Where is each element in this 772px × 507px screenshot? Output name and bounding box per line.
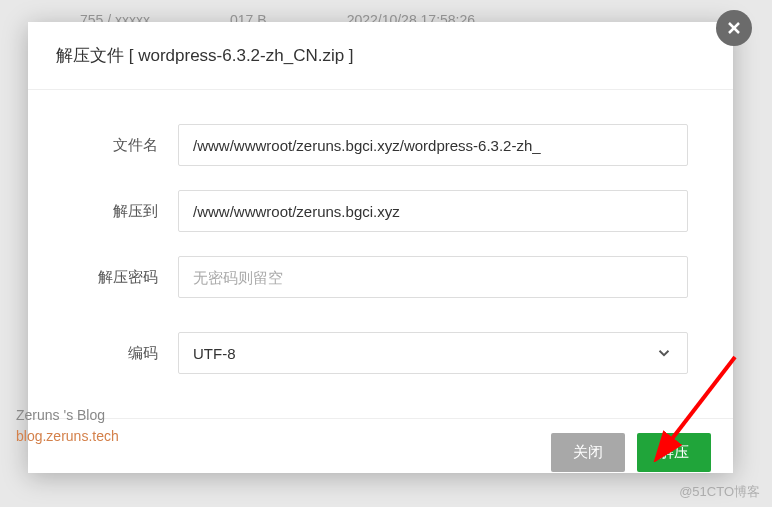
password-input[interactable] bbox=[178, 256, 688, 298]
encoding-value: UTF-8 bbox=[193, 345, 236, 362]
chevron-down-icon bbox=[655, 344, 673, 362]
extract-to-label: 解压到 bbox=[73, 202, 178, 221]
filename-input[interactable] bbox=[178, 124, 688, 166]
filename-label: 文件名 bbox=[73, 136, 178, 155]
extract-modal: 解压文件 [ wordpress-6.3.2-zh_CN.zip ] 文件名 解… bbox=[28, 22, 733, 473]
password-label: 解压密码 bbox=[73, 268, 178, 287]
modal-title: 解压文件 [ wordpress-6.3.2-zh_CN.zip ] bbox=[28, 22, 733, 90]
extract-to-input[interactable] bbox=[178, 190, 688, 232]
encoding-label: 编码 bbox=[73, 344, 178, 363]
encoding-select[interactable]: UTF-8 bbox=[178, 332, 688, 374]
modal-footer: 关闭 解压 bbox=[28, 418, 733, 486]
confirm-button[interactable]: 解压 bbox=[637, 433, 711, 472]
site-watermark: @51CTO博客 bbox=[679, 483, 760, 501]
blog-watermark: Zeruns 's Blog blog.zeruns.tech bbox=[16, 405, 119, 447]
close-button[interactable] bbox=[716, 10, 752, 46]
cancel-button[interactable]: 关闭 bbox=[551, 433, 625, 472]
close-icon bbox=[724, 18, 744, 38]
modal-body: 文件名 解压到 解压密码 编码 UTF-8 bbox=[28, 90, 733, 418]
